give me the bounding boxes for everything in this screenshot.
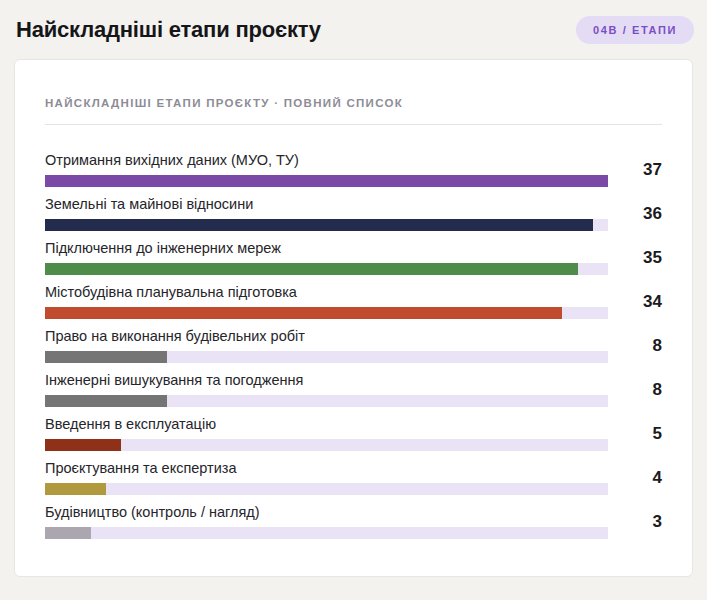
page-header: Найскладніші етапи проєкту 04B / ЕТАПИ — [0, 0, 707, 59]
bar-track — [45, 263, 608, 275]
bar-chart: Отримання вихідних даних (МУО, ТУ) 37 Зе… — [45, 152, 662, 539]
chart-row: Містобудівна планувальна підготовка 34 — [45, 284, 662, 319]
bar-fill — [45, 307, 562, 319]
stage-value: 34 — [608, 292, 662, 312]
bar-fill — [45, 483, 106, 495]
stage-value: 37 — [608, 160, 662, 180]
chart-row: Отримання вихідних даних (МУО, ТУ) 37 — [45, 152, 662, 187]
chart-card-subtitle: НАЙСКЛАДНІШІ ЕТАПИ ПРОЄКТУ · ПОВНИЙ СПИС… — [45, 97, 662, 109]
divider — [45, 124, 662, 125]
stage-value: 4 — [608, 468, 662, 488]
stage-label: Проєктування та експертиза — [45, 460, 608, 477]
stage-label: Будівництво (контроль / нагляд) — [45, 504, 608, 521]
chart-row: Проєктування та експертиза 4 — [45, 460, 662, 495]
stage-tag-badge[interactable]: 04B / ЕТАПИ — [576, 16, 694, 44]
chart-row: Право на виконання будівельних робіт 8 — [45, 328, 662, 363]
bar-track — [45, 483, 608, 495]
stage-label: Інженерні вишукування та погодження — [45, 372, 608, 389]
bar-fill — [45, 219, 593, 231]
bar-track — [45, 527, 608, 539]
stage-label: Введення в експлуатацію — [45, 416, 608, 433]
page-title: Найскладніші етапи проєкту — [16, 17, 321, 43]
bar-fill — [45, 527, 91, 539]
stage-value: 3 — [608, 512, 662, 532]
chart-card: НАЙСКЛАДНІШІ ЕТАПИ ПРОЄКТУ · ПОВНИЙ СПИС… — [14, 59, 693, 577]
bar-track — [45, 175, 608, 187]
stage-value: 35 — [608, 248, 662, 268]
stage-label: Містобудівна планувальна підготовка — [45, 284, 608, 301]
bar-fill — [45, 439, 121, 451]
stage-value: 8 — [608, 380, 662, 400]
chart-row: Земельні та майнові відносини 36 — [45, 196, 662, 231]
stage-label: Підключення до інженерних мереж — [45, 240, 608, 257]
bar-track — [45, 439, 608, 451]
bar-track — [45, 395, 608, 407]
stage-label: Земельні та майнові відносини — [45, 196, 608, 213]
bar-fill — [45, 263, 578, 275]
bar-track — [45, 219, 608, 231]
chart-row: Будівництво (контроль / нагляд) 3 — [45, 504, 662, 539]
bar-track — [45, 307, 608, 319]
chart-row: Інженерні вишукування та погодження 8 — [45, 372, 662, 407]
stage-value: 8 — [608, 336, 662, 356]
bar-fill — [45, 175, 608, 187]
bar-track — [45, 351, 608, 363]
bar-fill — [45, 351, 167, 363]
stage-value: 36 — [608, 204, 662, 224]
bar-fill — [45, 395, 167, 407]
stage-label: Отримання вихідних даних (МУО, ТУ) — [45, 152, 608, 169]
chart-row: Підключення до інженерних мереж 35 — [45, 240, 662, 275]
stage-value: 5 — [608, 424, 662, 444]
chart-row: Введення в експлуатацію 5 — [45, 416, 662, 451]
stage-label: Право на виконання будівельних робіт — [45, 328, 608, 345]
